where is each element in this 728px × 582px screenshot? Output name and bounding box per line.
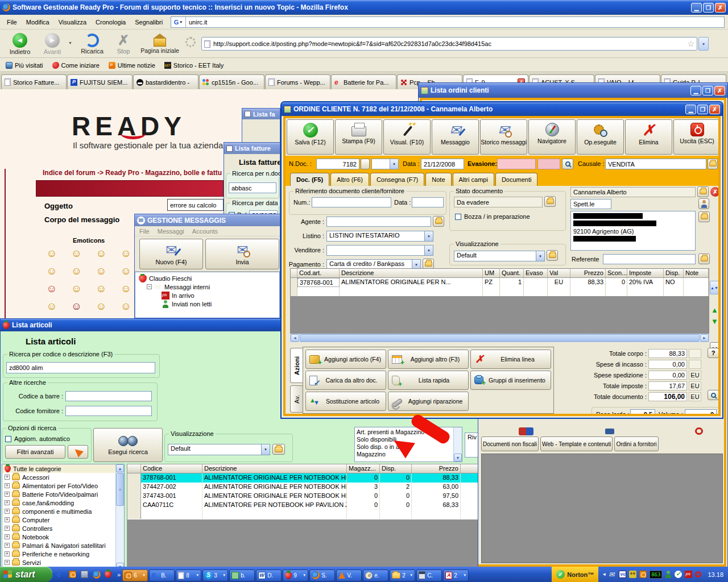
ordine-titlebar[interactable]: ORDINE CLIENTE N. 7182 del 21/12/2008 - … [282,102,722,116]
tree-category[interactable]: + Notebook [2,533,124,541]
total-value[interactable]: 17,67 [648,381,687,390]
task-button[interactable]: D. [256,569,282,581]
nuovo-button[interactable]: Nuovo (F4) [139,239,203,269]
expand-icon[interactable]: + [5,475,10,480]
total-value[interactable]: 88,33 [648,349,687,358]
smiley-icon[interactable] [71,282,83,295]
expand-icon[interactable]: + [5,560,10,565]
task-button[interactable]: S. [309,569,335,581]
agente-input[interactable] [326,217,431,227]
move-down-icon[interactable]: ▼ [711,317,718,326]
ndoc-input[interactable]: 7182 [316,159,359,169]
minimize-button[interactable]: ▁ [691,3,702,13]
gm-tree-item[interactable]: In arrivo [135,291,279,300]
gm-tree-item[interactable]: Claudio Fieschi [135,274,279,282]
task-button[interactable]: e. [363,569,388,581]
ndoc-small-button[interactable] [361,159,370,169]
lo-maximize-button[interactable]: ❐ [702,86,713,95]
help-button[interactable]: ? [708,348,719,358]
num-input[interactable] [312,197,391,207]
grid-hscrollbar[interactable]: ◄ ► [290,334,709,342]
bookmark-item[interactable]: Storico - EET Italy [164,62,224,69]
smiley-icon[interactable] [46,265,58,277]
menu-file[interactable]: File [2,18,22,27]
bozza-checkbox[interactable] [455,214,461,220]
tray-icon[interactable] [609,571,617,579]
listino-select[interactable]: LISTINO INTESTATARIO▼ [326,231,433,242]
visualizzazione-select[interactable]: Default▼ [168,444,270,455]
expand-icon[interactable]: + [5,483,10,488]
cliente-folder-button[interactable] [697,186,709,197]
smiley-icon[interactable] [95,247,107,260]
rif-data-input[interactable] [412,197,444,207]
tree-root[interactable]: Tutte le categorie [2,464,124,473]
articoli-search-input[interactable]: zd8000 alim [6,362,155,373]
smiley-icon[interactable] [95,300,107,313]
col-magazzino[interactable]: Magazz... [347,464,380,473]
causale-folder-button[interactable] [708,159,718,169]
ord-close-button[interactable]: ✗ [709,105,720,114]
tree-category[interactable]: + Alimentatori per Foto/Video [2,481,124,490]
toolbar-button[interactable]: Op.eseguite [577,119,624,155]
action-button[interactable]: Carica da altro doc. [305,371,386,390]
smiley-icon[interactable] [120,282,133,295]
filtri-avanzati-button[interactable]: Filtri avanzati [5,445,65,459]
norton-label[interactable]: Norton™ [567,571,594,578]
article-row[interactable]: CAA0711C ALIMENTATORE PER NOTEBOOK HP PA… [127,501,478,510]
tray-icon[interactable] [619,571,627,579]
menu-modifica[interactable]: Modifica [22,18,54,27]
contact-button[interactable] [698,198,709,209]
browser-tab[interactable]: Forums - Wepp... [265,74,330,89]
spettle-input[interactable]: Spett.le [570,199,611,209]
toolbar-button[interactable]: Salva (F12) [287,119,334,155]
close-button[interactable]: ✗ [715,3,726,13]
gm-menu-item[interactable]: File [139,228,150,235]
action-button[interactable]: Gruppi di inserimento [470,371,551,390]
toolbar-button[interactable]: Stampa (F9) [335,119,382,155]
address-folder-button[interactable] [698,211,710,222]
article-row[interactable]: 374427-002 ALIMENTATORE ORIGINALE PER NO… [127,483,478,492]
action-button[interactable]: Aggiungi altro (F3) [388,350,469,369]
ndoc-search-input[interactable]: abbasc [229,182,276,193]
action-button[interactable]: Aggiungi riparazione [388,392,469,411]
expand-icon[interactable]: + [5,526,10,531]
tray-chevron-icon[interactable]: ◄ [602,572,606,577]
home-button[interactable]: Pagina iniziale [140,31,180,56]
tree-category[interactable]: + case,fan&modding [2,498,124,507]
quick-launch-icon[interactable] [69,571,77,579]
evasione-search-button[interactable] [562,159,573,169]
forward-dropdown[interactable]: ▼ [68,41,72,45]
peso-input[interactable]: 0,5 [630,409,655,416]
search-engine-button[interactable]: G▼ [171,17,186,27]
filtri-arrow-button[interactable] [68,445,88,459]
smiley-icon[interactable] [46,300,58,313]
ordine-tab[interactable]: Altri campi [453,173,494,186]
aggiorn-checkbox[interactable] [5,436,11,442]
row-move-button[interactable]: ▲▼ [710,281,719,294]
smiley-icon[interactable] [71,247,83,260]
add-total-button[interactable] [708,390,719,400]
tray-icon[interactable] [675,571,682,579]
browser-tab[interactable]: cp1515n - Goo... [199,74,264,89]
browser-tab[interactable]: bastardidentro - [133,74,198,89]
lo-bottom-button[interactable]: Web - Template e contenuti [540,436,613,451]
stato-folder-button[interactable] [544,196,556,207]
menu-cronologia[interactable]: Cronologia [91,18,130,27]
lista-fatture-titlebar[interactable]: Lista fatture [224,143,280,154]
task-button[interactable]: b. [229,569,255,581]
filter-scroll-down-icon[interactable]: ▼ [454,454,462,462]
agente-folder-button[interactable] [433,216,444,227]
tree-category[interactable]: + Batterie Foto/Video/palmari [2,490,124,498]
total-value[interactable]: 106,00 [648,392,687,401]
browser-tab[interactable]: Batterie for Pa... [331,74,396,89]
toolbar-button[interactable]: Uscita (ESC) [673,119,721,155]
reload-button[interactable]: Ricarica [77,31,107,56]
smiley-icon[interactable] [46,247,58,260]
grid-hscroll-thumb[interactable] [300,334,700,342]
browser-tab[interactable]: Storico Fatture... [1,74,67,89]
task-group-caret[interactable]: ▼ [463,573,466,577]
tree-category[interactable]: + Controllers [2,524,124,533]
action-button[interactable]: Lista rapida [388,371,469,390]
quick-launch-chevron[interactable]: » [117,571,121,578]
smiley-icon[interactable] [120,300,133,313]
